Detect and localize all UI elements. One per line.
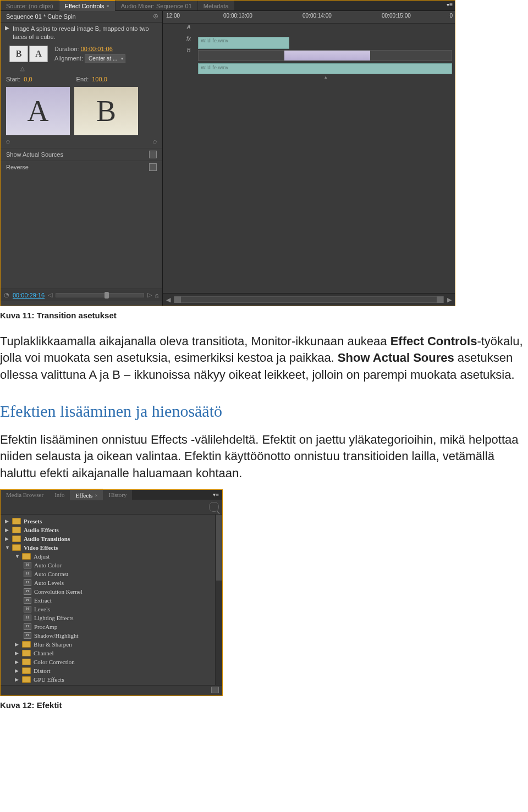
tree-color-correction[interactable]: Color Correction — [34, 659, 75, 665]
clip-b[interactable]: Wildlife.wmv — [198, 63, 452, 74]
clip-a[interactable]: Wildlife.wmv — [198, 37, 289, 49]
scroll-left-icon[interactable]: ◀ — [166, 296, 170, 303]
zoom-out-icon[interactable]: ◁ — [48, 291, 52, 299]
h-scrollbar[interactable] — [174, 296, 444, 303]
duration-label: Duration: — [54, 46, 79, 52]
play-icon[interactable]: ▶ — [5, 25, 9, 31]
fx-item[interactable]: Auto Levels — [34, 579, 64, 586]
fx-item[interactable]: Auto Color — [34, 562, 62, 568]
folder-icon — [12, 544, 21, 551]
effect-icon: H — [24, 588, 31, 595]
slider-handle-right-icon[interactable]: ⬠ — [153, 140, 157, 145]
chevron-right-icon[interactable]: ▶ — [15, 659, 19, 665]
close-icon[interactable]: × — [107, 3, 109, 9]
search-row — [1, 500, 222, 515]
v-scrollbar[interactable] — [215, 515, 222, 685]
folder-icon — [22, 667, 31, 674]
tool-icon[interactable]: ⎌ — [155, 292, 159, 299]
clip-b-label: Wildlife.wmv — [199, 64, 230, 71]
effect-icon: H — [24, 623, 31, 630]
tree-blur[interactable]: Blur & Sharpen — [34, 641, 72, 648]
tab-media-browser[interactable]: Media Browser — [1, 490, 49, 500]
tab-source[interactable]: Source: (no clips) — [1, 1, 59, 10]
show-actual-label: Show Actual Sources — [6, 151, 63, 158]
effect-controls-screenshot: Source: (no clips) Effect Controls × Aud… — [0, 0, 455, 306]
tab-audio-mixer[interactable]: Audio Mixer: Sequence 01 — [116, 1, 198, 10]
effects-tabbar: Media Browser Info Effects × History ▾≡ — [1, 490, 222, 500]
effect-icon: H — [24, 597, 31, 604]
tree-gpu-effects[interactable]: GPU Effects — [34, 676, 64, 683]
time-ruler[interactable]: 12:00 00:00:13:00 00:00:14:00 00:00:15:0… — [163, 11, 455, 24]
chevron-right-icon[interactable]: ▶ — [5, 527, 9, 533]
eye-icon[interactable]: ◔ — [4, 291, 9, 299]
tree-audio-transitions[interactable]: Audio Transitions — [24, 535, 70, 542]
paragraph-2: Efektin lisääminen onnistuu Effects -väl… — [0, 432, 528, 482]
fx-item[interactable]: Levels — [34, 606, 50, 612]
tree-distort[interactable]: Distort — [34, 667, 51, 674]
playhead-icon[interactable]: ▴ — [324, 74, 327, 80]
tree-presets[interactable]: Presets — [24, 518, 42, 524]
folder-icon — [12, 535, 21, 542]
ruler-tick-3: 00:00:15:00 — [382, 13, 411, 19]
tri-handle-icon[interactable]: △ — [20, 65, 25, 71]
panel-menu-icon[interactable]: ▾≡ — [213, 491, 219, 498]
timeline-pane: 12:00 00:00:13:00 00:00:14:00 00:00:15:0… — [163, 11, 455, 306]
p1-bold-1: Effect Controls — [391, 334, 477, 348]
timecode[interactable]: 00:00:29:16 — [13, 292, 45, 299]
fx-item[interactable]: Auto Contrast — [34, 571, 68, 577]
end-value[interactable]: 100,0 — [92, 76, 107, 82]
chevron-right-icon[interactable]: ▶ — [15, 668, 19, 673]
chevron-down-icon[interactable]: ▼ — [15, 554, 19, 559]
scroll-right-icon[interactable]: ▶ — [447, 296, 452, 303]
paragraph-1: Tuplaklikkaamalla aikajanalla oleva tran… — [0, 333, 528, 383]
expand-toggle-icon[interactable]: ⦾ — [153, 13, 158, 20]
folder-icon — [12, 527, 21, 533]
chevron-down-icon[interactable]: ▼ — [5, 545, 9, 550]
sequence-title: Sequence 01 * Cube Spin — [6, 13, 76, 20]
chevron-right-icon[interactable]: ▶ — [5, 518, 9, 524]
alignment-select[interactable]: Center at ... — [85, 54, 125, 63]
tree-channel[interactable]: Channel — [34, 650, 54, 656]
slider-handle-left-icon[interactable]: ⬠ — [6, 140, 10, 145]
clip-a-label: Wildlife.wmv — [201, 38, 228, 43]
panel-tabbar: Source: (no clips) Effect Controls × Aud… — [1, 1, 455, 11]
folder-icon — [22, 659, 31, 665]
duration-value[interactable]: 00:00:01:06 — [81, 46, 113, 52]
effect-icon: H — [24, 606, 31, 612]
zoom-slider[interactable] — [56, 293, 144, 297]
tab-effect-controls[interactable]: Effect Controls × — [59, 0, 116, 11]
panel-menu-icon[interactable]: ▾≡ — [447, 2, 453, 8]
fx-item[interactable]: Lighting Effects — [34, 615, 74, 621]
folder-icon — [22, 650, 31, 656]
tree-audio-effects[interactable]: Audio Effects — [24, 527, 59, 533]
chevron-right-icon[interactable]: ▶ — [15, 650, 19, 656]
effect-icon: H — [24, 615, 31, 621]
fx-item[interactable]: Convolution Kernel — [34, 588, 82, 595]
mini-thumb-a: A — [29, 46, 48, 62]
tab-effects[interactable]: Effects × — [70, 489, 103, 500]
fx-item[interactable]: Extract — [34, 597, 52, 604]
chevron-right-icon[interactable]: ▶ — [15, 677, 19, 682]
start-value[interactable]: 0,0 — [24, 76, 32, 82]
tree-video-effects[interactable]: Video Effects — [24, 544, 58, 551]
close-icon[interactable]: × — [95, 493, 97, 498]
chevron-right-icon[interactable]: ▶ — [5, 536, 9, 542]
new-bin-icon[interactable] — [211, 687, 219, 693]
zoom-in-icon[interactable]: ▷ — [147, 291, 152, 299]
preview-a: A — [6, 87, 70, 135]
tab-info[interactable]: Info — [49, 490, 70, 500]
show-actual-checkbox[interactable] — [149, 151, 157, 158]
folder-icon — [22, 641, 31, 648]
section-heading: Efektien lisääminen ja hienosäätö — [0, 402, 528, 421]
ruler-tick-0: 12:00 — [166, 13, 180, 19]
tab-history[interactable]: History — [103, 490, 132, 500]
effects-tree: ▶Presets ▶Audio Effects ▶Audio Transitio… — [1, 515, 222, 685]
tab-metadata[interactable]: Metadata — [198, 1, 235, 10]
fx-item[interactable]: ProcAmp — [34, 623, 57, 630]
tree-adjust[interactable]: Adjust — [34, 553, 50, 560]
reverse-checkbox[interactable] — [149, 163, 157, 171]
chevron-right-icon[interactable]: ▶ — [15, 642, 19, 647]
fx-item[interactable]: Shadow/Highlight — [34, 632, 79, 639]
search-icon[interactable] — [209, 502, 219, 512]
transition-bar[interactable] — [198, 50, 452, 61]
